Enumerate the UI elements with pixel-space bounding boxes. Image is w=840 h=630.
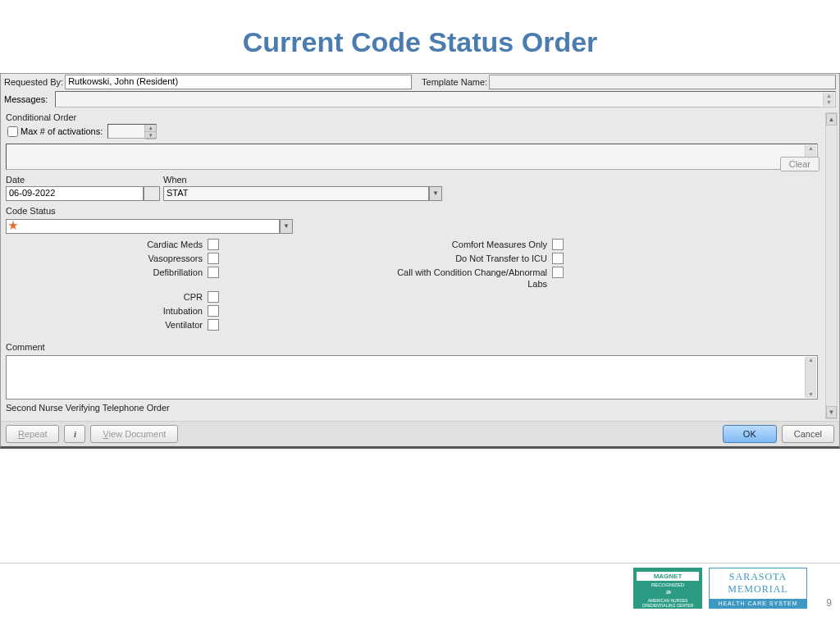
scroll-down-icon[interactable]: ▼ — [826, 406, 837, 418]
date-label: Date — [6, 173, 163, 186]
conditional-order-label: Conditional Order — [2, 111, 821, 122]
when-label: When — [163, 173, 818, 186]
checkbox-defibrillation[interactable] — [208, 267, 219, 278]
max-activations-row: Max # of activations: ▲▼ — [2, 122, 821, 144]
view-document-button[interactable]: View Document — [90, 425, 178, 443]
check-vasopressors: Vasopressors — [6, 253, 219, 264]
check-comfort-measures: Comfort Measures Only — [219, 239, 564, 250]
spin-up-icon[interactable]: ▲ — [145, 125, 156, 132]
requested-by-label: Requested By: — [4, 77, 65, 87]
comment-label: Comment — [6, 340, 818, 354]
messages-scroll[interactable]: ▲▼ — [823, 93, 834, 106]
check-cardiac-meds: Cardiac Meds — [6, 239, 219, 250]
checkbox-intubation[interactable] — [208, 305, 219, 317]
checkbox-comfort-measures[interactable] — [552, 239, 564, 250]
comment-scroll[interactable]: ▲▼ — [805, 357, 816, 398]
condition-textarea[interactable]: ▲▼ — [6, 144, 818, 170]
check-no-icu-transfer: Do Not Transfer to ICU — [219, 253, 564, 264]
info-button[interactable]: i — [64, 425, 85, 443]
date-input[interactable]: 06-09-2022 — [6, 186, 144, 201]
check-ventilator: Ventilator — [6, 319, 219, 331]
when-input[interactable]: STAT — [163, 186, 429, 201]
max-activations-checkbox[interactable] — [7, 126, 18, 137]
code-status-select[interactable]: ▼ — [6, 219, 293, 234]
template-name-label: Template Name: — [422, 77, 489, 87]
bottom-toolbar: Repeat i View Document OK Cancel — [1, 421, 839, 446]
checkbox-call-condition-change[interactable] — [552, 267, 564, 278]
sarasota-logo: SARASOTA MEMORIAL HEALTH CARE SYSTEM — [709, 568, 807, 609]
spin-down-icon[interactable]: ▼ — [145, 132, 156, 139]
check-intubation: Intubation — [6, 305, 219, 317]
comment-textarea[interactable]: ▲▼ — [6, 355, 818, 399]
code-status-dropdown-icon[interactable]: ▼ — [280, 219, 293, 234]
ok-button[interactable]: OK — [723, 425, 777, 443]
when-dropdown-icon[interactable]: ▼ — [429, 186, 442, 201]
form-body: ▲ ▼ Conditional Order Max # of activatio… — [1, 111, 839, 421]
check-cpr: CPR — [6, 291, 219, 303]
checkbox-cpr[interactable] — [208, 291, 219, 303]
checkbox-cardiac-meds[interactable] — [208, 239, 219, 250]
check-defibrillation: Defibrillation — [6, 267, 219, 278]
code-status-input[interactable] — [6, 219, 280, 234]
checkbox-vasopressors[interactable] — [208, 253, 219, 264]
calendar-icon[interactable] — [144, 186, 160, 201]
order-window: Requested By: Rutkowski, John (Resident)… — [0, 73, 840, 449]
template-name-input[interactable] — [489, 75, 836, 89]
requested-by-input[interactable]: Rutkowski, John (Resident) — [65, 75, 412, 89]
code-status-label: Code Status — [6, 204, 818, 217]
slide-footer: MAGNET RECOGNIZED ›››› AMERICAN NURSES C… — [0, 563, 840, 615]
checkbox-grid: Cardiac Meds Vasopressors Defibrillation… — [2, 234, 821, 340]
cancel-button[interactable]: Cancel — [782, 425, 834, 443]
max-activations-spinner[interactable]: ▲▼ — [107, 124, 157, 139]
checkbox-no-icu-transfer[interactable] — [552, 253, 564, 264]
repeat-button[interactable]: Repeat — [6, 425, 59, 443]
magnet-logo: MAGNET RECOGNIZED ›››› AMERICAN NURSES C… — [633, 568, 702, 609]
messages-label: Messages: — [4, 94, 55, 104]
clear-button[interactable]: Clear — [780, 157, 819, 171]
scroll-up-icon[interactable]: ▲ — [826, 113, 837, 126]
max-activations-label: Max # of activations: — [21, 126, 103, 136]
messages-row: Messages: ▲▼ — [1, 90, 839, 111]
check-call-condition-change: Call with Condition Change/Abnormal Labs — [219, 267, 564, 290]
body-scrollbar[interactable]: ▲ ▼ — [825, 112, 838, 419]
second-nurse-verify-label: Second Nurse Verifying Telephone Order — [2, 401, 821, 413]
header-row-1: Requested By: Rutkowski, John (Resident)… — [1, 74, 839, 90]
checkbox-ventilator[interactable] — [208, 319, 219, 331]
slide-title: Current Code Status Order — [0, 0, 840, 73]
page-number: 9 — [826, 597, 832, 609]
messages-box[interactable]: ▲▼ — [55, 91, 836, 107]
required-star-icon — [8, 221, 18, 231]
